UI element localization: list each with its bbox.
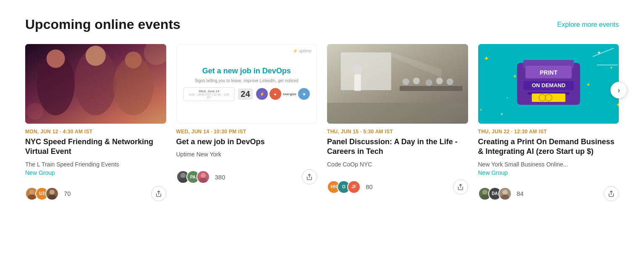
svg-text:✦: ✦ <box>500 112 503 116</box>
svg-point-8 <box>26 103 43 119</box>
svg-point-16 <box>200 173 205 178</box>
avatar-4c <box>498 187 512 200</box>
avatar-stack-4: DA <box>478 187 512 200</box>
event-footer-3: HH O JF 80 <box>327 176 468 195</box>
svg-point-26 <box>413 78 420 84</box>
devops-headline: Get a new job in DevOps <box>202 67 291 76</box>
avatar-stack-3: HH O JF <box>327 180 361 194</box>
event-footer-4: DA 84 <box>478 183 619 201</box>
svg-point-56 <box>502 190 507 195</box>
event-card-1: MON, JUN 12 · 4:30 AM IST NYC Speed Frie… <box>25 44 166 201</box>
event-count-3: 80 <box>366 183 373 190</box>
devops-bottom: Wed, June 14 9:00 - 10:00 PST | 12:00 - … <box>183 87 310 101</box>
svg-point-9 <box>29 190 34 195</box>
event-attendees-3: HH O JF 80 <box>327 180 373 194</box>
svg-point-12 <box>48 195 56 200</box>
svg-text:ON DEMAND: ON DEMAND <box>531 82 565 88</box>
next-button[interactable]: › <box>610 82 627 99</box>
share-button-1[interactable] <box>151 186 166 201</box>
event-image-1[interactable] <box>25 44 166 124</box>
svg-text:✦: ✦ <box>615 101 619 108</box>
event-date-1: MON, JUN 12 · 4:30 AM IST <box>25 129 166 135</box>
explore-more-link[interactable]: Explore more events <box>557 21 619 29</box>
event-date-2: WED, JUN 14 · 10:30 PM IST <box>176 129 317 135</box>
svg-point-14 <box>180 173 185 178</box>
avatar-stack-2: PA <box>176 170 210 184</box>
share-button-4[interactable] <box>604 186 619 201</box>
event-date-3: THU, JUN 15 · 5:30 AM IST <box>327 129 468 135</box>
svg-point-22 <box>353 64 363 74</box>
event-title-2[interactable]: Get a new job in DevOps <box>176 137 317 147</box>
event-title-4[interactable]: Creating a Print On Demand Business & In… <box>478 137 619 157</box>
svg-point-27 <box>426 79 432 86</box>
devops-logos: ⚡ ● energize ★ <box>256 88 310 100</box>
avatar-2c <box>196 170 210 184</box>
events-list: MON, JUN 12 · 4:30 AM IST NYC Speed Frie… <box>25 44 619 201</box>
svg-point-10 <box>28 195 36 200</box>
devops-date-num: 24 <box>238 88 252 100</box>
event-group-1[interactable]: New Group <box>25 169 166 176</box>
event-image-2[interactable]: ⚡ uptime Get a new job in DevOps Signs t… <box>176 44 317 124</box>
svg-rect-21 <box>341 52 391 90</box>
avatar-1c <box>45 187 59 200</box>
svg-rect-20 <box>327 103 468 124</box>
event-attendees-1: U3 70 <box>25 187 71 200</box>
svg-point-57 <box>501 195 509 200</box>
svg-point-15 <box>179 178 187 184</box>
svg-rect-23 <box>354 74 361 91</box>
event-organizer-3: Code CoOp NYC <box>327 161 468 168</box>
event-attendees-2: PA 380 <box>176 170 225 184</box>
devops-date-box: Wed, June 14 9:00 - 10:00 PST | 12:00 - … <box>183 87 235 101</box>
event-organizer-4: New York Small Business Online... <box>478 161 619 168</box>
section-title: Upcoming online events <box>25 17 181 32</box>
avatar-3c: JF <box>347 180 361 194</box>
section-header: Upcoming online events Explore more even… <box>25 17 619 32</box>
event-count-2: 380 <box>215 174 225 181</box>
event-footer-1: U3 70 <box>25 183 166 201</box>
event-date-4: THU, JUN 22 · 12:30 AM IST <box>478 129 619 135</box>
event-count-1: 70 <box>64 190 71 197</box>
svg-point-54 <box>482 190 487 195</box>
event-footer-2: PA 380 <box>176 166 317 184</box>
event-card-4: ✦ ✦ ✦ ✦ ✦ ✦ PRINT ON DEMAND <box>478 44 619 201</box>
svg-point-5 <box>86 46 106 66</box>
svg-text:✦: ✦ <box>483 55 489 62</box>
svg-text:•: • <box>506 96 508 99</box>
svg-text:★: ★ <box>586 82 590 87</box>
svg-point-55 <box>481 195 489 200</box>
event-title-1[interactable]: NYC Speed Friending & Networking Virtual… <box>25 137 166 157</box>
event-attendees-4: DA 84 <box>478 187 524 200</box>
event-organizer-1: The L Train Speed Friending Events <box>25 161 166 168</box>
svg-point-11 <box>50 190 55 195</box>
event-group-4[interactable]: New Group <box>478 169 619 176</box>
share-button-2[interactable] <box>302 169 317 184</box>
svg-point-25 <box>403 78 409 85</box>
svg-point-4 <box>47 49 65 68</box>
avatar-stack-1: U3 <box>25 187 59 200</box>
svg-text:✦: ✦ <box>609 65 613 70</box>
event-image-4[interactable]: ✦ ✦ ✦ ✦ ✦ ✦ PRINT ON DEMAND <box>478 44 619 124</box>
event-card-3: THU, JUN 15 · 5:30 AM IST Panel Discussi… <box>327 44 468 195</box>
svg-point-17 <box>199 178 207 184</box>
svg-point-6 <box>125 52 142 68</box>
event-organizer-2: Uptime New York <box>176 151 317 158</box>
event-card-2: ⚡ uptime Get a new job in DevOps Signs t… <box>176 44 317 184</box>
devops-logo: ⚡ uptime <box>293 49 312 53</box>
svg-point-28 <box>436 78 443 84</box>
svg-text:★: ★ <box>513 74 516 78</box>
event-image-3[interactable] <box>327 44 468 124</box>
share-button-3[interactable] <box>453 179 468 195</box>
svg-text:PRINT: PRINT <box>539 69 557 76</box>
devops-subtext: Signs telling you to leave, improve Link… <box>195 78 298 83</box>
event-count-4: 84 <box>517 190 524 197</box>
svg-rect-24 <box>400 86 463 91</box>
svg-point-29 <box>447 78 453 85</box>
event-title-3[interactable]: Panel Discussion: A Day in the Life - Ca… <box>327 137 468 157</box>
svg-text:✦: ✦ <box>479 108 482 112</box>
